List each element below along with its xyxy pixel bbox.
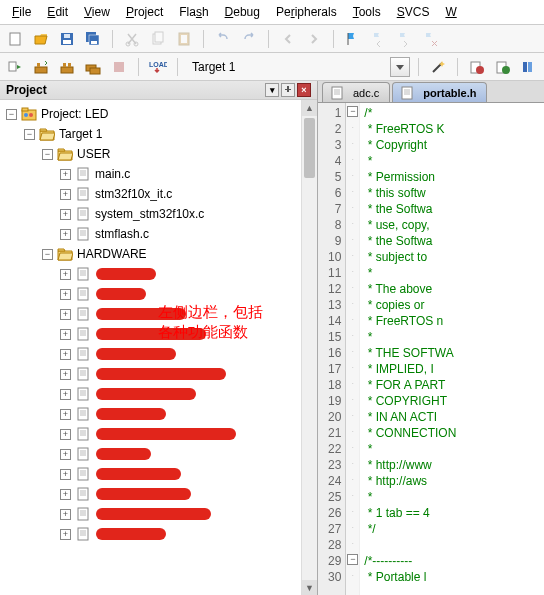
target-dropdown-icon[interactable] bbox=[390, 57, 410, 77]
menu-flash[interactable]: Flash bbox=[171, 2, 216, 22]
fold-marker[interactable]: · bbox=[346, 359, 359, 375]
fold-marker[interactable]: · bbox=[346, 263, 359, 279]
fold-marker[interactable]: · bbox=[346, 535, 359, 551]
fold-marker[interactable]: − bbox=[346, 551, 359, 567]
nav-fwd-icon[interactable] bbox=[303, 28, 325, 50]
scrollbar-vertical[interactable]: ▲ ▼ bbox=[301, 100, 317, 595]
tree-toggler-icon[interactable]: + bbox=[60, 269, 71, 280]
tree-toggler-icon[interactable]: − bbox=[24, 129, 35, 140]
tree-file[interactable]: + bbox=[0, 444, 317, 464]
manage-books-icon[interactable] bbox=[518, 56, 540, 78]
tree-toggler-icon[interactable]: + bbox=[60, 429, 71, 440]
copy-icon[interactable] bbox=[147, 28, 169, 50]
options-target-icon[interactable] bbox=[466, 56, 488, 78]
tree-file[interactable]: +system_stm32f10x.c bbox=[0, 204, 317, 224]
editor-tab[interactable]: portable.h bbox=[392, 82, 487, 102]
menu-view[interactable]: View bbox=[76, 2, 118, 22]
scroll-down-icon[interactable]: ▼ bbox=[302, 580, 317, 595]
fold-marker[interactable]: − bbox=[346, 103, 359, 119]
tree-toggler-icon[interactable]: + bbox=[60, 389, 71, 400]
fold-marker[interactable]: · bbox=[346, 567, 359, 583]
fold-marker[interactable]: · bbox=[346, 455, 359, 471]
tree-toggler-icon[interactable]: − bbox=[6, 109, 17, 120]
tree-file[interactable]: + bbox=[0, 264, 317, 284]
translate-icon[interactable] bbox=[4, 56, 26, 78]
fold-marker[interactable]: · bbox=[346, 311, 359, 327]
tree-toggler-icon[interactable]: − bbox=[42, 149, 53, 160]
tree-toggler-icon[interactable]: + bbox=[60, 409, 71, 420]
panel-pin-icon[interactable] bbox=[281, 83, 295, 97]
options-file-icon[interactable] bbox=[492, 56, 514, 78]
fold-marker[interactable]: · bbox=[346, 231, 359, 247]
tree-toggler-icon[interactable]: + bbox=[60, 309, 71, 320]
fold-marker[interactable]: · bbox=[346, 375, 359, 391]
wand-icon[interactable] bbox=[427, 56, 449, 78]
fold-marker[interactable]: · bbox=[346, 215, 359, 231]
panel-menu-icon[interactable]: ▾ bbox=[265, 83, 279, 97]
target-selector[interactable]: Target 1 bbox=[186, 57, 316, 77]
tree-project-root[interactable]: −Project: LED bbox=[0, 104, 317, 124]
menu-tools[interactable]: Tools bbox=[345, 2, 389, 22]
fold-marker[interactable]: · bbox=[346, 119, 359, 135]
tree-group-user[interactable]: −USER bbox=[0, 144, 317, 164]
scroll-up-icon[interactable]: ▲ bbox=[302, 100, 317, 116]
code-viewport[interactable]: /* * FreeRTOS K * Copyright * * Permissi… bbox=[360, 103, 544, 595]
bookmark-prev-icon[interactable] bbox=[368, 28, 390, 50]
fold-marker[interactable]: · bbox=[346, 295, 359, 311]
tree-toggler-icon[interactable]: + bbox=[60, 169, 71, 180]
menu-file[interactable]: File bbox=[4, 2, 39, 22]
fold-marker[interactable]: · bbox=[346, 503, 359, 519]
undo-icon[interactable] bbox=[212, 28, 234, 50]
tree-file[interactable]: + bbox=[0, 284, 317, 304]
tree-toggler-icon[interactable]: + bbox=[60, 209, 71, 220]
menu-debug[interactable]: Debug bbox=[217, 2, 268, 22]
fold-marker[interactable]: · bbox=[346, 183, 359, 199]
new-icon[interactable] bbox=[4, 28, 26, 50]
fold-marker[interactable]: · bbox=[346, 343, 359, 359]
panel-close-icon[interactable]: × bbox=[297, 83, 311, 97]
stop-build-icon[interactable] bbox=[108, 56, 130, 78]
editor-tab[interactable]: adc.c bbox=[322, 82, 390, 102]
tree-file[interactable]: +stm32f10x_it.c bbox=[0, 184, 317, 204]
paste-icon[interactable] bbox=[173, 28, 195, 50]
batch-build-icon[interactable] bbox=[82, 56, 104, 78]
fold-marker[interactable]: · bbox=[346, 151, 359, 167]
tree-toggler-icon[interactable]: + bbox=[60, 469, 71, 480]
tree-toggler-icon[interactable]: + bbox=[60, 329, 71, 340]
tree-target[interactable]: −Target 1 bbox=[0, 124, 317, 144]
menu-window[interactable]: W bbox=[437, 2, 464, 22]
bookmark-flag-icon[interactable] bbox=[342, 28, 364, 50]
menu-project[interactable]: Project bbox=[118, 2, 171, 22]
open-icon[interactable] bbox=[30, 28, 52, 50]
scroll-thumb[interactable] bbox=[304, 118, 315, 178]
fold-marker[interactable]: · bbox=[346, 279, 359, 295]
fold-marker[interactable]: · bbox=[346, 327, 359, 343]
save-icon[interactable] bbox=[56, 28, 78, 50]
bookmark-clear-icon[interactable] bbox=[420, 28, 442, 50]
tree-group-hardware[interactable]: −HARDWARE bbox=[0, 244, 317, 264]
tree-toggler-icon[interactable]: + bbox=[60, 289, 71, 300]
tree-toggler-icon[interactable]: + bbox=[60, 189, 71, 200]
tree-file[interactable]: +main.c bbox=[0, 164, 317, 184]
rebuild-icon[interactable] bbox=[56, 56, 78, 78]
tree-toggler-icon[interactable]: + bbox=[60, 529, 71, 540]
fold-marker[interactable]: · bbox=[346, 391, 359, 407]
menu-peripherals[interactable]: Peripherals bbox=[268, 2, 345, 22]
tree-toggler-icon[interactable]: + bbox=[60, 449, 71, 460]
fold-marker[interactable]: · bbox=[346, 487, 359, 503]
fold-marker[interactable]: · bbox=[346, 471, 359, 487]
save-all-icon[interactable] bbox=[82, 28, 104, 50]
tree-file[interactable]: +stmflash.c bbox=[0, 224, 317, 244]
tree-toggler-icon[interactable]: − bbox=[42, 249, 53, 260]
bookmark-next-icon[interactable] bbox=[394, 28, 416, 50]
menu-edit[interactable]: Edit bbox=[39, 2, 76, 22]
project-tree[interactable]: −Project: LED−Target 1−USER+main.c+stm32… bbox=[0, 100, 317, 595]
fold-marker[interactable]: · bbox=[346, 407, 359, 423]
download-icon[interactable]: LOAD bbox=[147, 56, 169, 78]
fold-marker[interactable]: · bbox=[346, 167, 359, 183]
nav-back-icon[interactable] bbox=[277, 28, 299, 50]
fold-marker[interactable]: · bbox=[346, 423, 359, 439]
cut-icon[interactable] bbox=[121, 28, 143, 50]
fold-column[interactable]: −···························−· bbox=[346, 103, 360, 595]
fold-marker[interactable]: · bbox=[346, 199, 359, 215]
